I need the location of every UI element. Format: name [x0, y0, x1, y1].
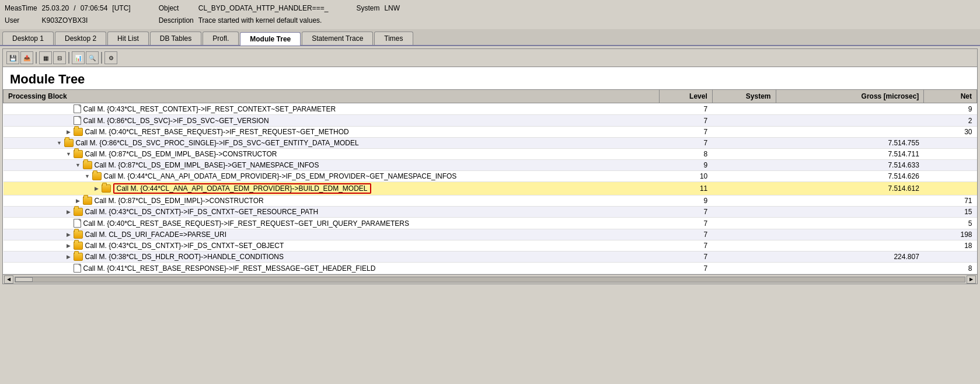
- tab-desktop2[interactable]: Desktop 2: [55, 32, 106, 45]
- row-text: Call M. {O:40*CL_REST_BASE_REQUEST}->IF_…: [85, 128, 349, 136]
- table-row[interactable]: Call M. {O:40*CL_REST_BASE_REQUEST}->IF_…: [4, 218, 977, 229]
- tree-expand-arrow[interactable]: ▶: [93, 186, 100, 191]
- col-net[interactable]: Net: [924, 90, 977, 103]
- net-cell: [924, 182, 977, 196]
- tree-expand-arrow[interactable]: ▼: [56, 140, 63, 146]
- tree-expand-arrow[interactable]: ▼: [75, 162, 82, 168]
- table-row[interactable]: ▶Call M. {O:87*CL_DS_EDM_IMPL}->CONSTRUC…: [4, 196, 977, 207]
- table-row[interactable]: ▶Call M. {O:43*CL_DS_CNTXT}->IF_DS_CNTXT…: [4, 207, 977, 218]
- col-processing-block[interactable]: Processing Block: [4, 90, 660, 103]
- processing-block-cell: ▶Call M. {O:38*CL_DS_HDLR_ROOT}->HANDLE_…: [4, 252, 660, 263]
- system-cell: [712, 207, 776, 218]
- level-cell: 8: [660, 149, 713, 160]
- col-system[interactable]: System: [712, 90, 776, 103]
- tab-times[interactable]: Times: [374, 32, 413, 45]
- toolbar: 💾 📤 ▦ ⊟ 📊 🔍 ⚙: [3, 49, 977, 67]
- row-text: Call M. {O:40*CL_REST_BASE_REQUEST}->IF_…: [83, 219, 409, 228]
- system-cell: [712, 103, 776, 115]
- level-cell: 7: [660, 218, 713, 229]
- system-cell: [712, 171, 776, 182]
- tree-expand-arrow[interactable]: ▶: [65, 232, 72, 238]
- tree-expand-arrow[interactable]: ▶: [75, 198, 82, 204]
- folder-icon: [83, 197, 92, 205]
- table-row[interactable]: ▶Call M. {O:44*CL_ANA_API_ODATA_EDM_PROV…: [4, 182, 977, 196]
- processing-block-cell: ▼Call M. {O:86*CL_DS_SVC_PROC_SINGLE}->I…: [4, 138, 660, 149]
- processing-block-cell: ▶Call M. {O:44*CL_ANA_API_ODATA_EDM_PROV…: [4, 182, 660, 196]
- table-row[interactable]: ▶Call M. CL_DS_URI_FACADE=>PARSE_URI7198: [4, 229, 977, 240]
- system-cell: [712, 263, 776, 274]
- processing-block-cell: ▼Call M. {O:87*CL_DS_EDM_IMPL_BASE}->CON…: [4, 149, 660, 160]
- row-text: Call M. CL_DS_URI_FACADE=>PARSE_URI: [85, 231, 227, 239]
- object-value: CL_BYD_ODATA_HTTP_HANDLER===_: [198, 2, 333, 15]
- system-cell: [712, 115, 776, 127]
- row-text: Call M. {O:43*CL_DS_CNTXT}->IF_DS_CNTXT~…: [85, 208, 319, 216]
- net-cell: 30: [924, 127, 977, 138]
- collapse-icon[interactable]: ⊟: [53, 51, 66, 64]
- gross-cell: [776, 263, 924, 274]
- system-cell: [712, 149, 776, 160]
- table-row[interactable]: Call M. {O:86*CL_DS_SVC}->IF_DS_SVC~GET_…: [4, 115, 977, 127]
- row-text: Call M. {O:86*CL_DS_SVC_PROC_SINGLE}->IF…: [76, 139, 359, 147]
- processing-block-cell: ▶Call M. {O:87*CL_DS_EDM_IMPL}->CONSTRUC…: [4, 196, 660, 207]
- gross-cell: [776, 207, 924, 218]
- row-text: Call M. {O:44*CL_ANA_API_ODATA_EDM_PROVI…: [113, 183, 371, 194]
- horizontal-scrollbar[interactable]: ◀ ▶: [3, 274, 977, 284]
- level-cell: 9: [660, 160, 713, 171]
- level-cell: 9: [660, 196, 713, 207]
- table-row[interactable]: ▼Call M. {O:86*CL_DS_SVC_PROC_SINGLE}->I…: [4, 138, 977, 149]
- tree-expand-arrow[interactable]: ▶: [65, 254, 72, 260]
- system-cell: [712, 160, 776, 171]
- table-row[interactable]: ▶Call M. {O:40*CL_REST_BASE_REQUEST}->IF…: [4, 127, 977, 138]
- processing-block-cell: Call M. {O:41*CL_REST_BASE_RESPONSE}->IF…: [4, 263, 660, 274]
- scroll-thumb[interactable]: [15, 277, 33, 282]
- gross-cell: 7.514.612: [776, 182, 924, 196]
- chart-icon[interactable]: 📊: [72, 51, 85, 64]
- doc-icon: [74, 116, 81, 125]
- table-row[interactable]: Call M. {O:41*CL_REST_BASE_RESPONSE}->IF…: [4, 263, 977, 274]
- export-icon[interactable]: 📤: [20, 51, 33, 64]
- gross-cell: [776, 229, 924, 240]
- table-row[interactable]: Call M. {O:43*CL_REST_CONTEXT}->IF_REST_…: [4, 103, 977, 115]
- folder-icon: [83, 161, 92, 169]
- table-row[interactable]: ▼Call M. {O:87*CL_DS_EDM_IMPL_BASE}->GET…: [4, 160, 977, 171]
- scroll-left-btn[interactable]: ◀: [4, 275, 13, 284]
- filter-icon[interactable]: 🔍: [86, 51, 99, 64]
- gross-cell: 7.514.626: [776, 171, 924, 182]
- tree-expand-arrow[interactable]: ▼: [65, 151, 72, 157]
- processing-block-cell: Call M. {O:86*CL_DS_SVC}->IF_DS_SVC~GET_…: [4, 115, 660, 127]
- row-text: Call M. {O:41*CL_REST_BASE_RESPONSE}->IF…: [83, 264, 376, 273]
- toolbar-separator2: [68, 52, 69, 64]
- scroll-track[interactable]: [15, 277, 965, 282]
- tab-dbtables[interactable]: DB Tables: [150, 32, 201, 45]
- row-text: Call M. {O:43*CL_DS_CNTXT}->IF_DS_CNTXT~…: [85, 242, 284, 250]
- scroll-right-btn[interactable]: ▶: [967, 275, 976, 284]
- tree-expand-arrow[interactable]: ▼: [84, 173, 91, 179]
- net-cell: [924, 138, 977, 149]
- system-cell: [712, 240, 776, 252]
- col-level[interactable]: Level: [660, 90, 713, 103]
- col-gross[interactable]: Gross [microsec]: [776, 90, 924, 103]
- save-icon[interactable]: 💾: [6, 51, 19, 64]
- tree-expand-arrow[interactable]: ▶: [65, 209, 72, 215]
- table-row[interactable]: ▼Call M. {O:44*CL_ANA_API_ODATA_EDM_PROV…: [4, 171, 977, 182]
- tree-expand-arrow[interactable]: ▶: [65, 129, 72, 135]
- extra-icon[interactable]: ⚙: [104, 51, 117, 64]
- tab-moduletree[interactable]: Module Tree: [240, 32, 301, 46]
- tab-hitlist[interactable]: Hit List: [107, 32, 149, 45]
- table-row[interactable]: ▶Call M. {O:43*CL_DS_CNTXT}->IF_DS_CNTXT…: [4, 240, 977, 252]
- table-icon[interactable]: ▦: [39, 51, 52, 64]
- table-row[interactable]: ▶Call M. {O:38*CL_DS_HDLR_ROOT}->HANDLE_…: [4, 252, 977, 263]
- tab-desktop1[interactable]: Desktop 1: [2, 32, 54, 45]
- tree-expand-arrow[interactable]: ▶: [65, 243, 72, 249]
- net-cell: 5: [924, 218, 977, 229]
- system-label: System: [333, 2, 384, 15]
- net-cell: 198: [924, 229, 977, 240]
- net-cell: 15: [924, 207, 977, 218]
- level-cell: 11: [660, 182, 713, 196]
- tab-statementtrace[interactable]: Statement Trace: [302, 32, 373, 45]
- table-row[interactable]: ▼Call M. {O:87*CL_DS_EDM_IMPL_BASE}->CON…: [4, 149, 977, 160]
- toolbar-separator: [36, 52, 37, 64]
- system-cell: [712, 229, 776, 240]
- tab-profl[interactable]: Profl.: [203, 32, 239, 45]
- processing-block-cell: ▶Call M. {O:40*CL_REST_BASE_REQUEST}->IF…: [4, 127, 660, 138]
